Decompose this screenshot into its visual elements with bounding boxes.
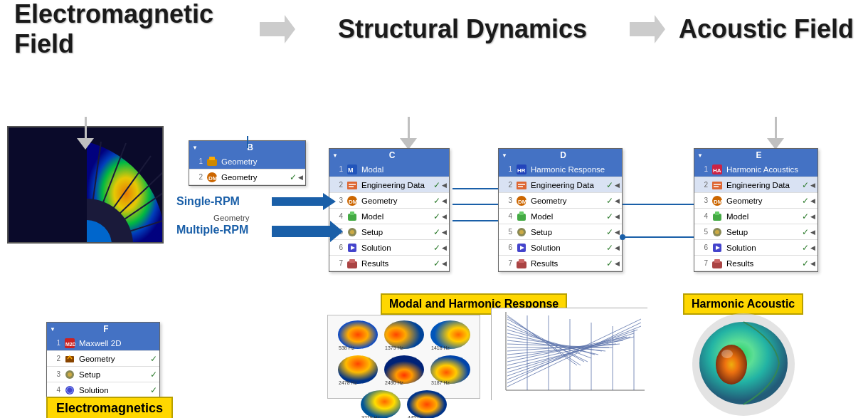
block-d-row-6[interactable]: 6 Solution ✓ ◀ [499,240,622,256]
block-e-row-1[interactable]: 1 HA Harmonic Acoustics [694,162,817,177]
svg-rect-56 [714,259,720,263]
svg-text:DM: DM [208,175,218,182]
mode-1: 538 Hz [336,318,380,351]
sol-icon-e [711,241,724,254]
svg-point-77 [361,390,401,418]
mode-shapes-viz: 538 Hz 1379 Hz 1418 Hz 2478 Hz 2490 Hz [327,315,480,399]
freq-response-plot [491,308,647,400]
svg-rect-35 [519,211,524,215]
mode-2: 1379 Hz [382,318,426,351]
block-c-id: C [389,150,396,160]
block-b-sublabel: Geometry [213,214,250,222]
svg-point-22 [350,230,354,234]
dm-icon-c: DM [346,194,359,207]
block-e-row-7[interactable]: 7 Results ✓ ◀ [694,256,817,271]
block-b-row-2[interactable]: 2 DM Geometry ✓ ◀ [189,169,305,185]
multiple-rpm-arrow [272,221,343,245]
svg-rect-20 [350,211,354,215]
block-f-row-4[interactable]: 4 Solution ✓ [47,382,159,398]
single-rpm-label: Single-RPM [176,195,240,208]
mode-8: 4452 Hz [405,388,449,418]
svg-marker-1 [630,15,665,43]
acoustic-sphere-viz [676,308,811,418]
svg-point-52 [715,230,719,234]
arrow-sd-down [400,117,417,150]
block-c-row-5[interactable]: 5 Setup ✓ ◀ [329,224,449,240]
block-f-row-1[interactable]: 1 M2D Maxwell 2D [47,335,159,351]
block-e-row-3[interactable]: 3 DM Geometry ✓ ◀ [694,193,817,209]
svg-text:DM: DM [518,199,527,205]
block-e-row-5[interactable]: 5 Setup ✓ ◀ [694,224,817,240]
block-e-row-2[interactable]: 2 Engineering Data ✓ ◀ [694,177,817,193]
block-d-id: D [560,150,566,160]
sol-icon-f [63,384,76,397]
block-b: ▼ B 1 Geometry 2 DM Geometry ✓ ◀ [189,140,306,186]
svg-point-65 [338,320,378,349]
svg-marker-64 [272,221,343,242]
block-c-row-1[interactable]: 1 M Modal [329,162,449,177]
block-c-row-6[interactable]: 6 Solution ✓ ◀ [329,240,449,256]
block-d-row-4[interactable]: 4 Model ✓ ◀ [499,209,622,224]
block-c-row-2[interactable]: 2 Engineering Data ✓ ◀ [329,177,449,193]
svg-point-69 [430,320,470,349]
af-header: Acoustic Field [669,14,854,44]
setup-icon-f [63,368,76,381]
block-d-row-5[interactable]: 5 Setup ✓ ◀ [499,224,622,240]
svg-point-67 [384,320,424,349]
block-d-row-2[interactable]: 2 Engineering Data ✓ ◀ [499,177,622,193]
model-icon-e [711,210,724,223]
block-f-row-3[interactable]: 3 Setup ✓ [47,367,159,382]
block-d-row-7[interactable]: 7 Results ✓ ◀ [499,256,622,271]
svg-point-73 [384,355,424,384]
block-d-row-1[interactable]: 1 HR Harmonic Response [499,162,622,177]
sol-icon-c [346,241,359,254]
arrow-af-down [767,117,784,150]
svg-point-114 [716,345,747,385]
block-c-header: ▼ C [329,149,449,162]
svg-rect-9 [209,157,215,160]
block-b-header: ▼ B [189,141,305,154]
ha-icon: HA [711,163,724,176]
svg-point-115 [721,350,733,358]
svg-text:M: M [348,167,354,174]
geo-icon [206,155,218,168]
sd-header: Structural Dynamics [299,14,626,44]
block-f-row-2[interactable]: 2 Geometry ✓ [47,351,159,367]
harmonic-icon: HR [515,163,528,176]
block-d-row-3[interactable]: 3 DM Geometry ✓ ◀ [499,193,622,209]
svg-rect-29 [517,182,526,189]
block-b-row-1[interactable]: 1 Geometry [189,154,305,169]
svg-text:4452 Hz: 4452 Hz [408,415,427,418]
block-e: ▼ E 1 HA Harmonic Acoustics 2 Engineerin… [694,148,818,272]
block-b-id: B [247,142,253,152]
block-e-id: E [756,150,761,160]
dm-icon-d: DM [515,194,528,207]
model-icon-c [346,210,359,223]
block-c-row-3[interactable]: 3 DM Geometry ✓ ◀ [329,193,449,209]
block-f: ▼ F 1 M2D Maxwell 2D 2 Geometry ✓ 3 Setu… [46,322,160,399]
block-c-row-4[interactable]: 4 Model ✓ ◀ [329,209,449,224]
block-e-row-4[interactable]: 4 Model ✓ ◀ [694,209,817,224]
dm-icon-b: DM [206,171,218,184]
arrow-sd-af [626,11,669,47]
results-icon-c [346,257,359,270]
mode-7: 3219 Hz [359,388,403,418]
svg-text:2490 Hz: 2490 Hz [385,380,404,385]
svg-rect-41 [519,259,524,263]
svg-point-61 [68,372,72,377]
block-e-header: ▼ E [694,149,817,162]
block-e-row-6[interactable]: 6 Solution ✓ ◀ [694,240,817,256]
block-d: ▼ D 1 HR Harmonic Response 2 Engineering… [498,148,623,272]
block-d-header: ▼ D [499,149,622,162]
svg-rect-44 [712,182,722,189]
block-c-row-7[interactable]: 7 Results ✓ ◀ [329,256,449,271]
svg-marker-0 [260,15,295,43]
arrow-em-down [77,117,94,150]
modal-icon: M [346,163,359,176]
multiple-rpm-label: Multiple-RPM [176,224,248,236]
setup-icon-c [346,226,359,239]
block-c: ▼ C 1 M Modal 2 Engineering Data ✓ ◀ 3 D… [329,148,450,272]
results-icon-e [711,257,724,270]
mode-5: 2490 Hz [382,353,426,386]
svg-text:2478 Hz: 2478 Hz [339,380,358,385]
